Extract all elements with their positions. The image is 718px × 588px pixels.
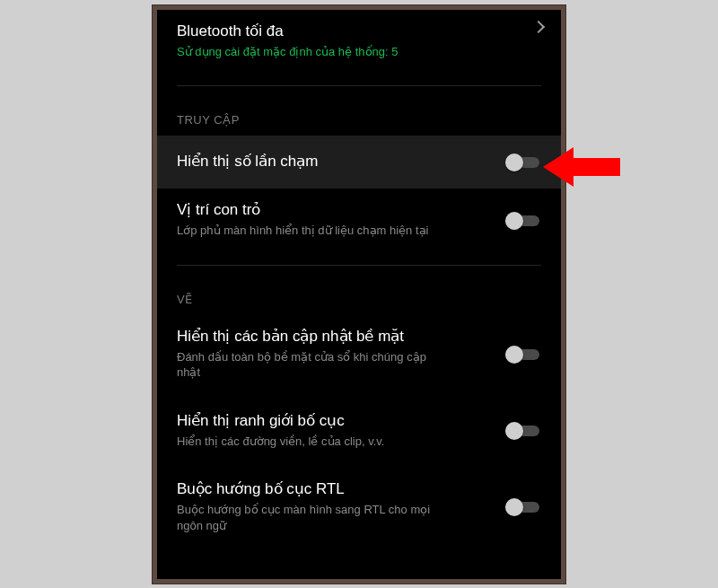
force-rtl-title: Buộc hướng bố cục RTL bbox=[177, 479, 487, 500]
section-header-draw: VẼ bbox=[157, 266, 561, 315]
layout-bounds-subtitle: Hiển thị các đường viền, lề của clip, v.… bbox=[177, 434, 487, 450]
pointer-location-subtitle: Lớp phủ màn hình hiển thị dữ liệu chạm h… bbox=[177, 223, 487, 239]
toggle-thumb bbox=[505, 346, 523, 364]
pointer-location-item[interactable]: Vị trí con trỏ Lớp phủ màn hình hiển thị… bbox=[157, 189, 561, 251]
bluetooth-max-item[interactable]: Bluetooth tối đa Sử dụng cài đặt mặc địn… bbox=[157, 10, 561, 73]
layout-bounds-toggle[interactable] bbox=[505, 422, 539, 440]
surface-updates-subtitle: Đánh dấu toàn bộ bề mặt cửa sổ khi chúng… bbox=[177, 349, 487, 381]
force-rtl-item[interactable]: Buộc hướng bố cục RTL Buộc hướng bố cục … bbox=[157, 468, 561, 547]
settings-panel: Bluetooth tối đa Sử dụng cài đặt mặc địn… bbox=[153, 5, 565, 584]
force-rtl-subtitle: Buộc hướng bố cục màn hình sang RTL cho … bbox=[177, 502, 487, 533]
force-rtl-toggle[interactable] bbox=[505, 498, 539, 516]
section-header-access: TRUY CẬP bbox=[157, 86, 561, 136]
toggle-thumb bbox=[505, 498, 523, 516]
surface-updates-item[interactable]: Hiển thị các bản cập nhật bề mặt Đánh dấ… bbox=[157, 315, 561, 394]
spacer bbox=[157, 252, 561, 265]
show-taps-toggle[interactable] bbox=[505, 154, 539, 171]
bluetooth-max-title: Bluetooth tối đa bbox=[177, 22, 541, 42]
surface-updates-toggle[interactable] bbox=[505, 346, 539, 364]
toggle-thumb bbox=[505, 212, 523, 230]
show-taps-item[interactable]: Hiển thị số lần chạm bbox=[157, 136, 561, 189]
bluetooth-max-subtitle: Sử dụng cài đặt mặc định của hệ thống: 5 bbox=[177, 44, 541, 60]
layout-bounds-title: Hiển thị ranh giới bố cục bbox=[177, 411, 487, 432]
toggle-thumb bbox=[505, 422, 523, 440]
layout-bounds-item[interactable]: Hiển thị ranh giới bố cục Hiển thị các đ… bbox=[157, 399, 561, 462]
show-taps-title: Hiển thị số lần chạm bbox=[177, 152, 487, 172]
spacer bbox=[157, 73, 561, 85]
pointer-location-title: Vị trí con trỏ bbox=[177, 200, 487, 221]
toggle-thumb bbox=[505, 154, 523, 171]
surface-updates-title: Hiển thị các bản cập nhật bề mặt bbox=[177, 327, 487, 347]
pointer-location-toggle[interactable] bbox=[505, 212, 539, 230]
